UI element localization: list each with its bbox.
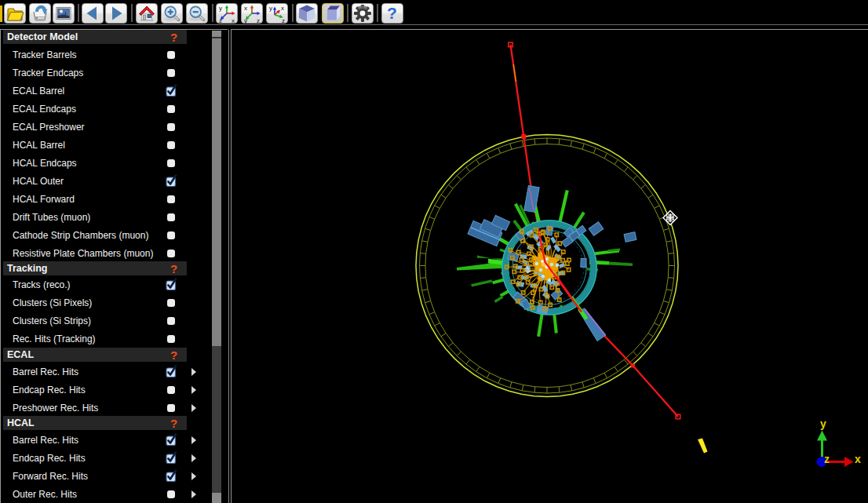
- svg-text:y: y: [269, 5, 272, 12]
- svg-text:x: x: [281, 5, 284, 12]
- svg-text:z: z: [282, 17, 285, 24]
- svg-text:x: x: [244, 5, 247, 12]
- svg-text:x: x: [855, 453, 861, 465]
- svg-text:y: y: [820, 417, 826, 430]
- svg-text:z: z: [257, 17, 260, 24]
- svg-text:z: z: [824, 453, 830, 465]
- svg-text:x: x: [232, 17, 235, 24]
